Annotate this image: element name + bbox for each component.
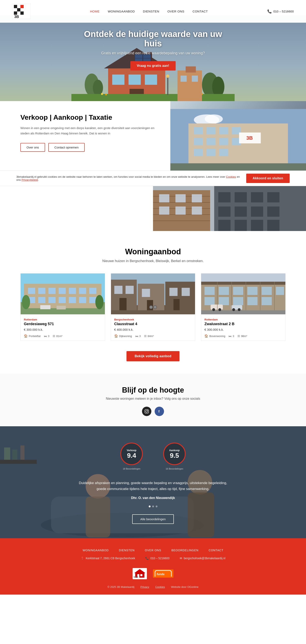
svg-rect-97 [69,297,76,303]
footer: WONINGAANBOD DIENSTEN OVER ONS BEOORDELI… [0,538,306,594]
intro-image: 3B [170,101,306,170]
property-price: € 300.000 k.k. [24,328,102,331]
bed-icon: 🛏 [135,334,138,338]
over-ons-button[interactable]: Over ons [20,143,45,152]
footer-nav-over-ons[interactable]: OVER ONS [145,548,161,552]
svg-rect-5 [17,8,20,12]
aanbod-subtitle: Nieuwe huizen in Bergschenhoek, Bleiswij… [20,259,286,263]
svg-point-135 [212,308,215,311]
property-card[interactable]: Bergschenhoek Clausstraat 4 € 400.000 k.… [111,273,195,341]
svg-rect-47 [194,138,203,145]
social-subtitle: Nieuwste woningen meteen in je inbox? Vo… [20,397,286,400]
nav-item-diensten[interactable]: DIENSTEN [143,10,159,13]
svg-rect-49 [219,138,228,145]
instagram-button[interactable] [142,407,151,416]
property-size: ⊞ 98m² [238,334,247,338]
house-icon: 🏠 [114,334,118,338]
svg-rect-81 [251,220,263,231]
logo[interactable]: 3B [12,4,30,19]
svg-rect-79 [218,220,231,231]
svg-rect-4 [14,8,17,12]
dot-1[interactable] [149,506,151,507]
svg-rect-75 [218,206,231,217]
footer-cookies-link[interactable]: Cookies [155,586,165,588]
footer-nav-diensten[interactable]: DIENSTEN [119,548,135,552]
svg-point-147 [147,410,148,411]
footer-nav-woningaanbod[interactable]: WONINGAANBOD [83,548,109,552]
nav-phone[interactable]: 📞 010 – 5216600 [267,9,294,14]
dot-2[interactable] [152,506,154,507]
bed-icon: 🛏 [44,334,47,338]
svg-rect-53 [219,149,228,156]
dot-3[interactable] [156,506,157,507]
property-meta: 🏠 Dijkwoning 🛏 3 ⊞ 84m² [114,334,192,338]
review-scores: Verkoop 9.4 18 Beoordelingen Aankoop 9.5… [20,442,286,470]
svg-rect-56 [170,164,306,170]
hero-title: Ontdek de huidige waarde van uw huis [82,30,224,48]
svg-rect-6 [20,8,24,12]
nav-item-over-ons[interactable]: OVER ONS [167,10,184,13]
svg-rect-133 [262,297,272,305]
cookie-accept-button[interactable]: Akkoord en sluiten [246,174,290,183]
svg-point-139 [238,308,241,311]
svg-rect-114 [119,298,126,310]
review-quote: Duidelijke afspraken en planning, goede … [76,480,230,492]
footer-email: ✉ bergschohoek@3bmakelaardij.nl [180,556,225,560]
svg-rect-86 [28,288,35,294]
facebook-button[interactable]: f [155,407,164,416]
property-card[interactable]: Rotterdam Zwaluwstraat 2 B € 300.000 k.k… [201,273,286,341]
svg-rect-157 [4,448,10,460]
property-rooms: 🛏 3 [44,334,49,338]
svg-text:funda: funda [157,572,164,576]
svg-rect-68 [175,206,186,215]
svg-rect-80 [235,220,247,231]
property-type: 🏠 Dijkwoning [114,334,132,338]
property-city: Rotterdam [204,318,282,321]
bekijk-aanbod-button[interactable]: Bekijk volledig aanbod [126,351,180,361]
svg-text:f: f [158,410,160,413]
property-name: Clausstraat 4 [114,322,192,326]
svg-point-136 [219,308,221,311]
property-rooms: 🛏 3 [135,334,141,338]
property-meta: 🏠 Portiekflat 🛏 3 ⊞ 81m² [24,334,102,338]
property-city: Bergschenhoek [114,318,192,321]
svg-rect-7 [14,12,17,15]
nav-item-contact[interactable]: CONTACT [193,10,208,13]
property-card[interactable]: Rotterdam Gerdesiaweg 571 € 300.000 k.k.… [20,273,105,341]
svg-rect-94 [38,297,45,303]
property-city: Rotterdam [24,318,102,321]
property-rooms: 🛏 3 [229,334,234,338]
hero-cta-button[interactable]: Vraag nu gratis aan! [130,61,176,71]
intro-buttons: Over ons Contact opnemen [20,143,156,152]
svg-rect-72 [235,192,247,202]
nav-item-woningaanbod[interactable]: WONINGAANBOD [108,10,135,13]
aanbod-section: Woningaanbod Nieuwe huizen in Bergschenh… [0,231,306,374]
svg-point-138 [232,308,235,311]
svg-rect-76 [235,206,247,217]
bed-icon: 🛏 [229,334,232,338]
phone-icon: 📞 [267,9,272,14]
svg-rect-95 [48,297,55,303]
svg-rect-74 [267,192,280,202]
svg-rect-88 [48,288,55,294]
privacy-link[interactable]: Privacybeleid [22,178,38,181]
intro-section: Verkoop | Aankoop | Taxatie Wonen in een… [0,101,306,170]
social-title: Blijf op de hoogte [20,386,286,394]
svg-rect-128 [276,287,284,295]
nav-item-home[interactable]: HOME [90,10,100,13]
area-icon: ⊞ [53,334,55,338]
svg-rect-130 [219,297,229,305]
footer-nav-beoordelingen[interactable]: BEOORDELINGEN [171,548,199,552]
svg-rect-64 [159,194,169,202]
second-image-row [0,186,306,231]
area-icon: ⊞ [238,334,240,338]
footer-privacy-link[interactable]: Privacy [141,586,149,588]
footer-nav-contact[interactable]: CONTACT [209,548,223,552]
cookies-link[interactable]: Cookies [226,175,236,178]
house-icon: 🏠 [204,334,208,338]
svg-rect-9 [20,12,24,15]
svg-rect-132 [248,297,258,305]
hero-subtitle: Gratis en vrijblijvend een reële waardeb… [82,51,224,56]
contact-opnemen-button[interactable]: Contact opnemen [48,143,85,152]
alle-beoordelingen-button[interactable]: Alle beoordelingen [132,514,174,524]
